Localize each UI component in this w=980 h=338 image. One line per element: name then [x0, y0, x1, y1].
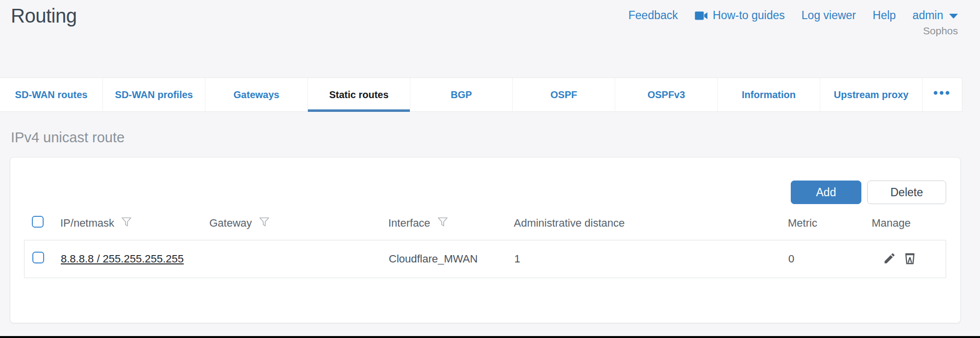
- column-header-admin-distance: Administrative distance: [514, 217, 788, 230]
- column-header-gateway: Gateway: [209, 217, 388, 230]
- more-tabs-button[interactable]: •••: [922, 78, 962, 111]
- header-nav: Feedback How-to guides Log viewer Help a…: [628, 9, 958, 22]
- caret-down-icon: [949, 14, 958, 19]
- tab-static-routes[interactable]: Static routes: [307, 78, 410, 111]
- routes-card: Add Delete IP/netmask Gateway Interface …: [10, 157, 961, 323]
- column-header-metric-label: Metric: [788, 217, 817, 230]
- window-bottom-edge: [0, 336, 980, 338]
- column-header-manage: Manage: [872, 217, 946, 230]
- howto-guides-label: How-to guides: [713, 9, 785, 22]
- feedback-link[interactable]: Feedback: [628, 9, 678, 22]
- column-header-manage-label: Manage: [872, 217, 911, 230]
- column-header-ip-netmask: IP/netmask: [60, 217, 209, 230]
- log-viewer-link[interactable]: Log viewer: [802, 9, 856, 22]
- header-checkbox-cell: [24, 216, 60, 231]
- tab-ospfv3[interactable]: OSPFv3: [615, 78, 717, 111]
- help-link[interactable]: Help: [873, 9, 896, 22]
- column-header-interface: Interface: [388, 217, 514, 230]
- cell-metric: 0: [788, 253, 872, 265]
- column-header-metric: Metric: [788, 217, 872, 230]
- column-header-admin-distance-label: Administrative distance: [514, 217, 625, 230]
- filter-icon[interactable]: [259, 217, 270, 230]
- admin-menu[interactable]: admin: [912, 9, 958, 22]
- table-actions: Add Delete: [10, 181, 960, 204]
- edit-button[interactable]: [883, 252, 896, 266]
- trash-icon: [904, 252, 916, 266]
- admin-menu-label: admin: [912, 9, 943, 22]
- page-title: Routing: [11, 3, 76, 28]
- cell-manage: [872, 252, 947, 266]
- tab-bgp[interactable]: BGP: [410, 78, 512, 111]
- column-header-gateway-label: Gateway: [209, 217, 252, 230]
- howto-guides-link[interactable]: How-to guides: [695, 9, 785, 22]
- delete-row-button[interactable]: [904, 252, 916, 266]
- tab-upstream-proxy[interactable]: Upstream proxy: [820, 78, 922, 111]
- pencil-icon: [883, 252, 896, 266]
- column-header-ip-netmask-label: IP/netmask: [60, 217, 114, 230]
- tab-sd-wan-profiles[interactable]: SD-WAN profiles: [102, 78, 205, 111]
- row-checkbox-cell: [25, 252, 61, 266]
- tab-sd-wan-routes[interactable]: SD-WAN routes: [0, 78, 102, 111]
- table-header-row: IP/netmask Gateway Interface Administrat…: [24, 210, 946, 236]
- table-row: 8.8.8.8 / 255.255.255.255 Cloudflare_MWA…: [24, 240, 946, 278]
- select-all-checkbox[interactable]: [32, 216, 44, 228]
- cell-interface: Cloudflare_MWAN: [389, 253, 514, 265]
- route-link[interactable]: 8.8.8.8 / 255.255.255.255: [61, 253, 184, 265]
- more-tabs-icon: •••: [933, 86, 951, 103]
- tab-ospf[interactable]: OSPF: [512, 78, 615, 111]
- tab-bar: SD-WAN routes SD-WAN profiles Gateways S…: [0, 78, 962, 112]
- top-header: Routing Feedback How-to guides Log viewe…: [0, 0, 980, 78]
- filter-icon[interactable]: [121, 217, 132, 230]
- header-right: Feedback How-to guides Log viewer Help a…: [628, 3, 958, 37]
- delete-button[interactable]: Delete: [867, 181, 946, 204]
- video-camera-icon: [695, 11, 708, 21]
- add-button[interactable]: Add: [791, 181, 861, 204]
- row-checkbox[interactable]: [32, 252, 44, 263]
- tab-information[interactable]: Information: [717, 78, 820, 111]
- account-name: Sophos: [923, 25, 958, 37]
- cell-ip-netmask: 8.8.8.8 / 255.255.255.255: [61, 253, 210, 265]
- tab-gateways[interactable]: Gateways: [205, 78, 307, 111]
- filter-icon[interactable]: [437, 217, 448, 230]
- cell-admin-distance: 1: [514, 253, 788, 265]
- column-header-interface-label: Interface: [388, 217, 430, 230]
- section-title: IPv4 unicast route: [11, 130, 980, 146]
